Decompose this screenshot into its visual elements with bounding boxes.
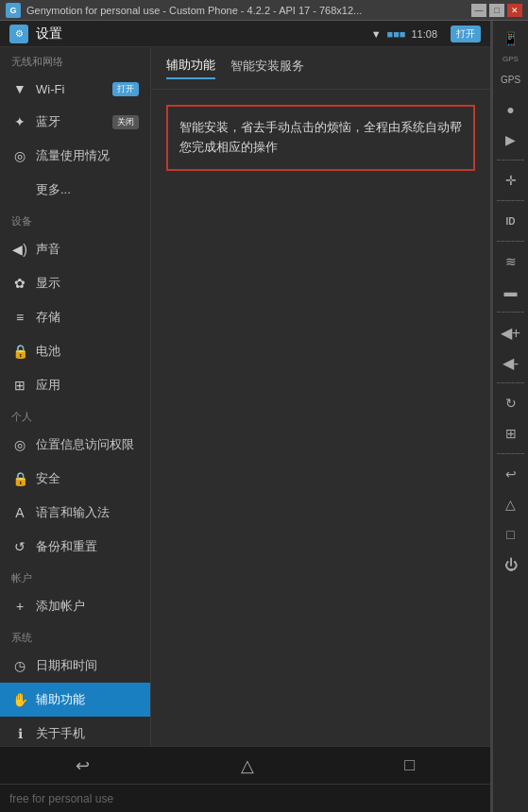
sidebar-item-add-account[interactable]: + 添加帐户 (0, 589, 150, 623)
sidebar-item-accessibility[interactable]: ✋ 辅助功能 (0, 683, 150, 717)
time-display: 11:08 (411, 28, 437, 40)
sidebar-item-bluetooth[interactable]: ✦ 蓝牙 关闭 (0, 105, 150, 139)
vol-up-btn[interactable]: ◀+ (496, 318, 526, 347)
home-hw-btn[interactable]: △ (496, 490, 526, 518)
title-bar-text: Genymotion for personal use - Custom Pho… (26, 5, 471, 16)
sidebar-item-backup[interactable]: ↺ 备份和重置 (0, 530, 150, 564)
nav-back-button[interactable]: ↩ (76, 755, 90, 776)
panel-header: 辅助功能 智能安装服务 (151, 47, 490, 90)
backup-label: 备份和重置 (36, 538, 97, 555)
language-label: 语言和输入法 (36, 504, 110, 521)
minimize-button[interactable]: — (471, 4, 486, 17)
feature-description-text: 智能安装，省去手动点击的烦恼，全程由系统自动帮您完成相应的操作 (179, 120, 462, 154)
separator-1 (497, 160, 525, 161)
rotate-btn[interactable]: ↻ (496, 389, 526, 417)
video-btn[interactable]: ▶ (496, 126, 526, 154)
battery-sidebar-icon: 🔒 (11, 344, 28, 359)
close-button[interactable]: ✕ (507, 4, 522, 17)
more-label: 更多... (36, 181, 71, 198)
android-status-bar: ⚙ 设置 ▼ ■■■ 11:08 打开 (0, 21, 490, 47)
emulator-wrapper: ⚙ 设置 ▼ ■■■ 11:08 打开 无线和网络 ▼ Wi-Fi 打开 (0, 21, 528, 812)
sidebar-item-more[interactable]: 更多... (0, 173, 150, 207)
sidebar-item-location[interactable]: ◎ 位置信息访问权限 (0, 428, 150, 462)
location-label: 位置信息访问权限 (36, 436, 134, 453)
nav-recents-button[interactable]: □ (404, 755, 415, 775)
zoom-btn[interactable]: ⊞ (496, 419, 526, 448)
wifi-toggle[interactable]: 打开 (112, 82, 139, 96)
settings-icon: ⚙ (9, 25, 28, 43)
right-toolbar: 📱 GPS GPS ● ▶ ✛ ID ≋ ▬ ◀+ ◀- ↻ ⊞ ↩ △ □ ⏻ (492, 21, 528, 812)
camera-btn[interactable]: ● (496, 95, 526, 124)
section-network-label: 无线和网络 (0, 47, 150, 73)
chat-btn[interactable]: ▬ (496, 278, 526, 306)
sidebar-item-sound[interactable]: ◀) 声音 (0, 232, 150, 266)
security-icon: 🔒 (11, 471, 28, 486)
recents-hw-btn[interactable]: □ (496, 520, 526, 549)
window-controls: — □ ✕ (471, 4, 522, 17)
add-account-icon: + (11, 599, 28, 614)
storage-label: 存储 (36, 309, 60, 326)
sidebar-item-security[interactable]: 🔒 安全 (0, 462, 150, 496)
move-btn[interactable]: ✛ (496, 166, 526, 195)
phone-icon-btn[interactable]: 📱 (496, 25, 526, 53)
datetime-label: 日期和时间 (36, 657, 97, 674)
wifi-label: Wi-Fi (36, 82, 64, 96)
wifi-status-icon: ▼ (371, 28, 382, 40)
sidebar-item-language[interactable]: A 语言和输入法 (0, 496, 150, 530)
separator-5 (497, 382, 525, 383)
apps-label: 应用 (36, 377, 60, 394)
traffic-icon: ◎ (11, 148, 28, 163)
display-label: 显示 (36, 275, 60, 292)
battery-icon: ■■■ (387, 28, 406, 40)
storage-icon: ≡ (11, 310, 28, 325)
id-btn[interactable]: ID (496, 207, 526, 235)
sidebar: 无线和网络 ▼ Wi-Fi 打开 ✦ 蓝牙 关闭 ◎ 流量使用情况 更多 (0, 47, 151, 746)
separator-6 (497, 453, 525, 454)
sound-label: 声音 (36, 241, 60, 258)
location-icon: ◎ (11, 437, 28, 452)
title-bar: G Genymotion for personal use - Custom P… (0, 0, 528, 21)
feature-description-box: 智能安装，省去手动点击的烦恼，全程由系统自动帮您完成相应的操作 (166, 105, 475, 171)
sidebar-item-datetime[interactable]: ◷ 日期和时间 (0, 649, 150, 683)
bluetooth-label: 蓝牙 (36, 113, 60, 130)
about-icon: ℹ (11, 726, 28, 741)
tab-accessibility[interactable]: 辅助功能 (166, 57, 215, 79)
accessibility-icon: ✋ (11, 692, 28, 707)
accessibility-label: 辅助功能 (36, 691, 85, 708)
security-label: 安全 (36, 470, 60, 487)
traffic-label: 流量使用情况 (36, 147, 110, 164)
separator-3 (497, 241, 525, 242)
sidebar-item-apps[interactable]: ⊞ 应用 (0, 368, 150, 402)
datetime-icon: ◷ (11, 658, 28, 673)
app-icon: G (6, 3, 21, 18)
separator-2 (497, 200, 525, 201)
tab-smart-install[interactable]: 智能安装服务 (230, 58, 304, 78)
sidebar-item-about[interactable]: ℹ 关于手机 (0, 717, 150, 746)
status-left: ⚙ 设置 (9, 25, 62, 43)
settings-title: 设置 (36, 25, 62, 42)
phone-screen: ⚙ 设置 ▼ ■■■ 11:08 打开 无线和网络 ▼ Wi-Fi 打开 (0, 21, 492, 812)
sidebar-item-traffic[interactable]: ◎ 流量使用情况 (0, 139, 150, 173)
back-hw-btn[interactable]: ↩ (496, 460, 526, 488)
gps-btn[interactable]: GPS (496, 65, 526, 93)
toggle-button[interactable]: 打开 (451, 25, 481, 42)
sidebar-item-storage[interactable]: ≡ 存储 (0, 300, 150, 334)
backup-icon: ↺ (11, 539, 28, 554)
main-panel: 辅助功能 智能安装服务 智能安装，省去手动点击的烦恼，全程由系统自动帮您完成相应… (151, 47, 490, 746)
sidebar-item-wifi[interactable]: ▼ Wi-Fi 打开 (0, 73, 150, 105)
sidebar-item-display[interactable]: ✿ 显示 (0, 266, 150, 300)
vol-down-btn[interactable]: ◀- (496, 348, 526, 377)
power-hw-btn[interactable]: ⏻ (496, 550, 526, 579)
bluetooth-toggle[interactable]: 关闭 (112, 115, 139, 129)
maximize-button[interactable]: □ (489, 4, 504, 17)
gps-label: GPS (502, 55, 519, 63)
content-area: 无线和网络 ▼ Wi-Fi 打开 ✦ 蓝牙 关闭 ◎ 流量使用情况 更多 (0, 47, 490, 746)
add-account-label: 添加帐户 (36, 598, 85, 615)
nav-home-button[interactable]: △ (241, 755, 254, 776)
sidebar-item-battery[interactable]: 🔒 电池 (0, 334, 150, 368)
apps-icon: ⊞ (11, 378, 28, 393)
section-device-label: 设备 (0, 207, 150, 232)
signal-btn[interactable]: ≋ (496, 247, 526, 276)
section-personal-label: 个人 (0, 402, 150, 428)
language-icon: A (11, 505, 28, 520)
